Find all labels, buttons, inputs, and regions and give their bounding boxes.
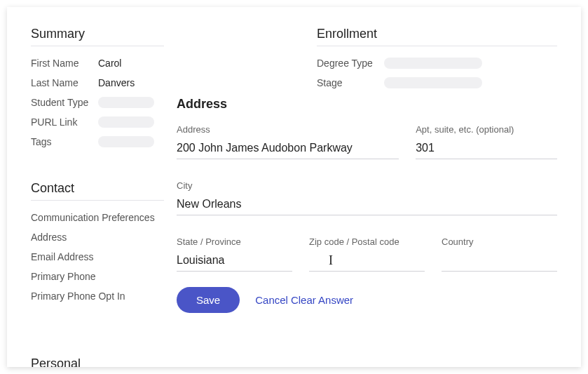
contact-section: Contact Communication Preferences Addres… (31, 181, 164, 306)
summary-section: Summary First Name Carol Last Name Danve… (31, 27, 164, 152)
address-label: Address (177, 124, 399, 135)
cancel-button[interactable]: Cancel (255, 294, 288, 306)
first-name-value: Carol (98, 58, 121, 69)
first-name-label: First Name (31, 58, 98, 69)
summary-title: Summary (31, 27, 164, 41)
degree-type-row: Degree Type (317, 53, 557, 73)
student-type-placeholder (98, 97, 154, 108)
degree-type-label: Degree Type (317, 58, 384, 69)
degree-type-placeholder (384, 58, 482, 69)
contact-link-list: Communication Preferences Address Email … (31, 208, 164, 306)
state-label: State / Province (177, 236, 292, 247)
contact-item-comm-prefs[interactable]: Communication Preferences (31, 208, 164, 227)
contact-divider (31, 200, 164, 201)
contact-item-primary-phone[interactable]: Primary Phone (31, 267, 164, 286)
stage-placeholder (384, 77, 482, 88)
form-actions: Save Cancel Clear Answer (177, 287, 557, 313)
country-input[interactable] (442, 251, 557, 272)
city-group: City (177, 180, 557, 215)
personal-title: Personal (31, 356, 164, 367)
last-name-value: Danvers (98, 77, 135, 88)
contact-title: Contact (31, 181, 164, 196)
purl-link-row: PURL Link (31, 112, 164, 132)
clear-answer-button[interactable]: Clear Answer (291, 294, 353, 306)
contact-item-email[interactable]: Email Address (31, 247, 164, 267)
enrollment-divider (317, 46, 557, 46)
tags-row: Tags (31, 132, 164, 152)
purl-link-label: PURL Link (31, 116, 98, 128)
address-row-1: Address Apt, suite, etc. (optional) (177, 124, 557, 159)
enrollment-section: Enrollment Degree Type Stage (317, 27, 557, 93)
save-button[interactable]: Save (177, 287, 240, 313)
contact-item-phone-opt-in[interactable]: Primary Phone Opt In (31, 286, 164, 306)
zip-input[interactable] (309, 251, 425, 272)
summary-divider (31, 46, 164, 46)
stage-row: Stage (317, 73, 557, 93)
main-row: Summary First Name Carol Last Name Danve… (31, 27, 557, 367)
purl-link-placeholder (98, 116, 154, 128)
contact-item-address[interactable]: Address (31, 227, 164, 247)
zip-label: Zip code / Postal code (309, 236, 425, 247)
last-name-row: Last Name Danvers (31, 73, 164, 93)
apt-group: Apt, suite, etc. (optional) (416, 124, 557, 159)
city-input[interactable] (177, 195, 557, 215)
first-name-row: First Name Carol (31, 53, 164, 73)
address-form-title: Address (177, 97, 557, 112)
student-type-label: Student Type (31, 97, 98, 108)
zip-group: Zip code / Postal code I (309, 236, 425, 272)
state-group: State / Province (177, 236, 292, 272)
last-name-label: Last Name (31, 77, 98, 88)
right-column: Enrollment Degree Type Stage Address Add… (177, 27, 557, 367)
apt-label: Apt, suite, etc. (optional) (416, 124, 557, 135)
city-label: City (177, 180, 557, 191)
profile-card: Summary First Name Carol Last Name Danve… (7, 7, 581, 367)
country-label: Country (442, 236, 557, 247)
enrollment-title: Enrollment (317, 27, 557, 41)
left-column: Summary First Name Carol Last Name Danve… (31, 27, 164, 367)
address-row-3: State / Province Zip code / Postal code … (177, 236, 557, 272)
personal-section: Personal (31, 356, 164, 367)
tags-label: Tags (31, 136, 98, 147)
apt-input[interactable] (416, 139, 557, 159)
address-form: Address Address Apt, suite, etc. (option… (177, 97, 557, 313)
country-group: Country (442, 236, 557, 272)
state-input[interactable] (177, 251, 292, 272)
address-group: Address (177, 124, 399, 159)
tags-placeholder (98, 136, 154, 147)
stage-label: Stage (317, 77, 384, 88)
address-row-2: City (177, 180, 557, 215)
address-input[interactable] (177, 139, 399, 159)
student-type-row: Student Type (31, 93, 164, 112)
